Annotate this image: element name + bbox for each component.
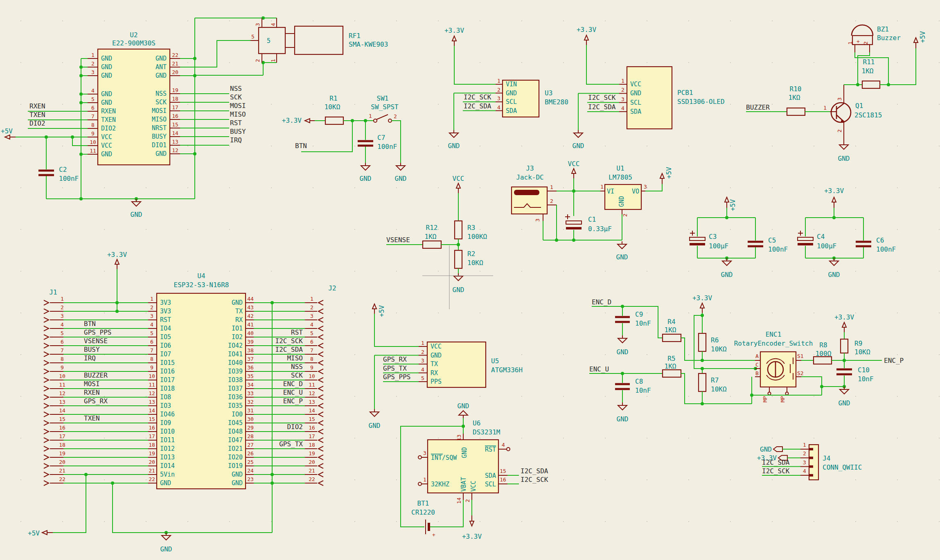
r5-resistor (663, 370, 681, 377)
u4-pin-number: 22 (149, 476, 155, 482)
u4-pin-number: 24 (247, 468, 254, 474)
gnd-label: GND (453, 286, 464, 294)
pin-number: 2 (803, 450, 806, 457)
r2-resistor (455, 250, 462, 268)
r5-value: 1KΩ (665, 362, 676, 370)
pin-number: 21 (172, 61, 178, 67)
u2-ref: U2 (130, 31, 138, 39)
j1-pin-number: 5 (61, 330, 64, 336)
gnd-label: GND (617, 415, 629, 423)
u5-ref: U5 (491, 357, 499, 365)
c1-plate (566, 221, 582, 224)
pin-name: TX (431, 360, 438, 368)
u4-pin-name: IO13 (160, 454, 175, 461)
j4-qwiic[interactable]: GND +3.3V I2C_SDA I2C_SCK J4 CONN_QWIIC … (757, 442, 862, 480)
r4-value: 1KΩ (665, 326, 676, 334)
schematic-canvas[interactable]: U2 E22-900M30S (0, 0, 940, 560)
u1-pin3: 3 (644, 184, 647, 190)
u4-pin-name: IO48 (228, 428, 243, 435)
pin-name: GND (101, 63, 112, 71)
net-label: BUZZER (84, 371, 108, 379)
u4-pin-number: 19 (149, 450, 155, 457)
pin-number: 4 (91, 88, 95, 94)
r6-value: 10KΩ (711, 345, 727, 353)
power-supply[interactable]: J3 Jack-DC 1 2 3 VCC C1 0.33µF U1 LM7805… (512, 160, 673, 261)
button-block[interactable]: +3.3V R1 10KΩ 1 2 SW1 SW_SPST C7 100nF B… (282, 94, 407, 182)
pin-number: 4 (803, 468, 806, 474)
rf1-sma-connector[interactable]: 3 4 2 1 5 5 RF1 SMA-KWE903 (250, 18, 388, 63)
u4-pin-name: 5Vin (160, 471, 175, 478)
vsense-divider[interactable]: VCC R3 100KΩ VSENSE R12 1KΩ R2 10KΩ GND (386, 175, 493, 309)
gnd-label: GND (160, 545, 172, 553)
u4-pin-number: 1 (150, 296, 153, 302)
rf1-ref: RF1 (349, 32, 361, 40)
net-label: RXEN (84, 389, 100, 396)
enc-u-label: ENC_U (589, 365, 609, 373)
r9-33v-label: +3.3V (834, 313, 854, 321)
power-arrow-icon (914, 38, 918, 48)
c10-ref: C10 (858, 366, 870, 374)
esp32-block[interactable]: U4 ESP32-S3-N16R8 J1 J2 +3.3V +5V GND 1 … (28, 251, 336, 553)
u4-pin-number: 33 (247, 390, 254, 396)
sw1-lever (376, 115, 388, 119)
pcb1-oled[interactable]: +3.3V I2C_SCK I2C_SDA PCB1 SSD1306-OLED … (573, 26, 725, 150)
vcc-label: VCC (568, 160, 580, 168)
bt1-part: CR1220 (411, 508, 435, 516)
pin-number: 6 (91, 105, 95, 111)
gnd-icon (459, 411, 468, 418)
enc-d-label: ENC_D (592, 298, 611, 306)
pin-name: GND (101, 99, 112, 106)
u6-rtc[interactable]: GND + BT1 CR1220 U6 DS3231M 13 GND 3 INT… (401, 402, 548, 540)
bz1-ref: BZ1 (877, 25, 889, 33)
r11-ref: R11 (863, 58, 875, 66)
u1-ref: U1 (616, 164, 624, 172)
pin-name: GND (156, 55, 167, 62)
net-label: GPS_RX (84, 397, 108, 405)
pin-name: VCC (101, 133, 112, 141)
c8-value: 10nF (635, 387, 651, 394)
u5-gps[interactable]: +5V GPS_RX GPS_TX GPS_PPS U5 ATGM336H GN… (369, 304, 523, 430)
j1-pin-number: 9 (61, 364, 64, 371)
u4-pin-name: IO19 (228, 462, 243, 470)
u3-bme280[interactable]: +3.3V I2C_SCK I2C_SDA U3 BME280 GND 1 VI… (444, 27, 568, 150)
i2c-sck-label: I2C_SCK (762, 467, 790, 475)
gnd-label: GND (369, 422, 381, 430)
u4-pin-name: IO42 (228, 342, 243, 349)
u4-pin-number: 26 (247, 450, 254, 457)
rf1-pin3: 3 (255, 23, 261, 26)
gps-tx-label: GPS_TX (383, 364, 407, 372)
u4-pin-name: GND (232, 479, 243, 487)
u4-pin-name: IO8 (160, 394, 171, 401)
u1-pin2: 2 (622, 214, 628, 217)
u6-pin15: 15 (500, 468, 506, 474)
u4-pin-name: IO18 (160, 385, 175, 392)
u2-lora-module[interactable]: U2 E22-900M30S (1, 16, 277, 218)
gnd-icon (618, 335, 627, 343)
pin-number: 7 (91, 113, 95, 119)
net-label: RST (230, 119, 242, 127)
gnd-label: GND (828, 271, 840, 279)
u4-pin-number: 39 (247, 339, 254, 345)
pin-number: 3 (621, 96, 624, 102)
power-arrow-icon (42, 531, 53, 535)
u2-net-label: SCK (230, 93, 242, 101)
q1-pin1: 1 (823, 105, 827, 111)
u4-ref: U4 (197, 272, 205, 280)
encoder-block[interactable]: ENC_D C9 10nF GND R4 1KΩ ENC_U C8 10nF G… (589, 294, 904, 423)
buzzer-driver[interactable]: 1 + 2 BZ1 Buzzer BUZZER R10 1KΩ 1 3 2 Q1… (746, 25, 926, 162)
r12-resistor (423, 241, 441, 248)
bulk-caps[interactable]: +5V C3 100µF C5 100nF GND +3.3V C4 100µF… (690, 187, 896, 279)
gnd-label: GND (839, 399, 850, 407)
u4-pin-number: 44 (247, 296, 254, 302)
u4-pin-number: 15 (149, 416, 155, 422)
pin-number: 1 (621, 78, 624, 84)
enc1-pin-mp: MP (762, 396, 768, 403)
j2-pin-number: 16 (309, 425, 315, 431)
rf1-pin5-name: 5 (267, 37, 271, 45)
u4-pin-name: IO21 (228, 445, 243, 452)
r1-ref: R1 (329, 94, 337, 102)
r7-value: 10KΩ (711, 385, 727, 393)
u4-pin-number: 31 (247, 407, 254, 414)
pin-number: 15 (172, 121, 178, 128)
j3-pin3: 3 (534, 218, 541, 222)
